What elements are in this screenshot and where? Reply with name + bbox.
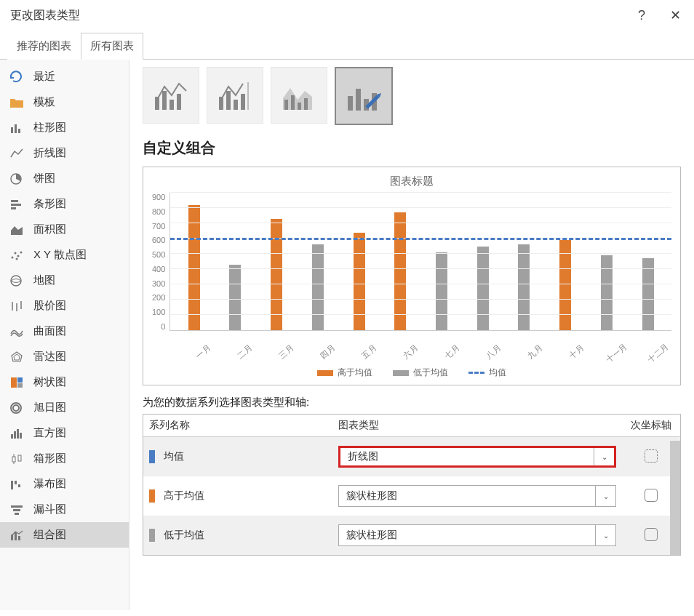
bar-十一月	[601, 255, 613, 330]
titlebar: 更改图表类型 ? ✕	[0, 0, 694, 32]
swatch-gray	[149, 529, 155, 542]
combo-preset-custom[interactable]	[335, 67, 393, 125]
col-type: 图表类型	[332, 415, 622, 437]
help-icon[interactable]: ?	[633, 8, 650, 23]
label: 瀑布图	[33, 477, 66, 491]
sidebar-item-bar[interactable]: 条形图	[0, 191, 129, 217]
svg-rect-33	[18, 484, 20, 487]
svg-rect-46	[234, 100, 238, 110]
tab-recommended[interactable]: 推荐的图表	[7, 33, 81, 60]
sidebar-item-area[interactable]: 面积图	[0, 217, 129, 242]
label: 直方图	[33, 426, 66, 440]
sidebar-item-column[interactable]: 柱形图	[0, 115, 129, 140]
line-chart-icon	[9, 147, 25, 160]
svg-rect-0	[11, 127, 13, 133]
chart-type-select-below[interactable]: 簇状柱形图⌄	[338, 524, 616, 546]
label: 旭日图	[33, 401, 66, 415]
svg-rect-19	[17, 377, 23, 383]
sidebar-item-pie[interactable]: 饼图	[0, 166, 129, 191]
tabs: 推荐的图表 所有图表	[0, 32, 694, 60]
bar-三月	[271, 219, 282, 330]
series-row-below[interactable]: 低于均值 簇状柱形图⌄	[143, 516, 680, 555]
legend: 高于均值 低于均值 均值	[152, 367, 671, 379]
svg-point-10	[20, 251, 23, 253]
sunburst-chart-icon	[9, 401, 25, 415]
sidebar-item-recent[interactable]: 最近	[0, 64, 129, 89]
svg-point-8	[15, 252, 17, 254]
tab-all[interactable]: 所有图表	[81, 33, 143, 60]
svg-rect-25	[17, 429, 19, 439]
waterfall-chart-icon	[9, 478, 25, 491]
svg-rect-43	[177, 94, 181, 110]
combo-preset-2[interactable]	[207, 67, 263, 124]
series-table: 系列名称 图表类型 次坐标轴 均值 折线图⌄ 高于均值 簇状柱形图⌄	[143, 414, 681, 556]
series-row-avg[interactable]: 均值 折线图⌄	[143, 437, 680, 477]
sidebar-item-treemap[interactable]: 树状图	[0, 369, 129, 395]
label: 柱形图	[33, 121, 66, 135]
svg-rect-36	[15, 513, 19, 515]
map-chart-icon	[9, 274, 25, 287]
radar-chart-icon	[9, 351, 25, 364]
chevron-down-icon[interactable]: ⌄	[595, 486, 615, 506]
sidebar-item-histogram[interactable]: 直方图	[0, 420, 129, 446]
recent-icon	[9, 71, 25, 84]
window-title: 更改图表类型	[10, 8, 80, 23]
svg-rect-42	[169, 100, 174, 110]
series-row-above[interactable]: 高于均值 簇状柱形图⌄	[143, 476, 680, 516]
label: 股价图	[33, 299, 66, 313]
sidebar-item-funnel[interactable]: 漏斗图	[0, 497, 129, 522]
series-prompt: 为您的数据系列选择图表类型和轴:	[143, 396, 681, 409]
svg-rect-5	[11, 204, 21, 206]
svg-rect-49	[284, 100, 288, 110]
sidebar-item-surface[interactable]: 曲面图	[0, 319, 129, 344]
close-icon[interactable]: ✕	[666, 7, 684, 23]
svg-rect-32	[15, 481, 17, 484]
sidebar-item-map[interactable]: 地图	[0, 268, 129, 293]
label: 雷达图	[33, 350, 66, 364]
sidebar-item-line[interactable]: 折线图	[0, 140, 129, 166]
sidebar-item-waterfall[interactable]: 瀑布图	[0, 471, 129, 497]
sidebar-item-scatter[interactable]: X Y 散点图	[0, 242, 129, 268]
pie-chart-icon	[9, 172, 25, 185]
secondary-axis-checkbox-avg[interactable]	[645, 449, 658, 463]
bar-五月	[354, 233, 365, 330]
sidebar-item-boxplot[interactable]: 箱形图	[0, 446, 129, 471]
chart-type-select-avg[interactable]: 折线图⌄	[338, 446, 616, 468]
svg-rect-38	[15, 532, 17, 540]
label: 箱形图	[33, 452, 66, 465]
legend-below: 低于均值	[393, 367, 448, 379]
sidebar-item-combo[interactable]: 组合图	[0, 522, 129, 548]
y-axis: 9008007006005004003002001000	[152, 193, 169, 331]
svg-rect-4	[11, 200, 18, 202]
sidebar-item-template[interactable]: 模板	[0, 89, 129, 115]
content: 自定义组合 图表标题 9008007006005004003002001000 …	[129, 60, 694, 610]
label: 树状图	[33, 375, 66, 389]
stock-chart-icon	[9, 300, 25, 313]
legend-above: 高于均值	[317, 367, 372, 379]
sidebar-item-sunburst[interactable]: 旭日图	[0, 395, 129, 420]
sidebar-item-radar[interactable]: 雷达图	[0, 344, 129, 369]
chart-preview: 图表标题 9008007006005004003002001000 一月二月三月…	[143, 167, 681, 385]
svg-rect-18	[11, 377, 17, 388]
label: 曲面图	[33, 324, 66, 338]
label: X Y 散点图	[33, 248, 87, 262]
combo-preset-3[interactable]	[271, 67, 327, 124]
chart-type-select-above[interactable]: 簇状柱形图⌄	[338, 485, 616, 507]
label: 条形图	[33, 197, 66, 211]
label: 最近	[33, 70, 55, 84]
svg-rect-1	[15, 124, 17, 133]
chevron-down-icon[interactable]: ⌄	[595, 525, 615, 545]
sidebar-item-stock[interactable]: 股价图	[0, 293, 129, 319]
svg-rect-31	[11, 481, 13, 489]
secondary-axis-checkbox-below[interactable]	[645, 528, 658, 541]
svg-rect-52	[304, 98, 308, 110]
boxplot-chart-icon	[9, 452, 25, 465]
x-axis: 一月二月三月四月五月六月七月八月九月十月十一月十二月	[152, 338, 671, 353]
combo-preset-1[interactable]	[143, 67, 199, 124]
svg-rect-53	[348, 96, 353, 111]
secondary-axis-checkbox-above[interactable]	[645, 489, 658, 502]
area-chart-icon	[9, 223, 25, 236]
bar-十二月	[642, 258, 654, 330]
scrollbar-thumb[interactable]	[670, 441, 680, 555]
chevron-down-icon[interactable]: ⌄	[594, 448, 614, 465]
